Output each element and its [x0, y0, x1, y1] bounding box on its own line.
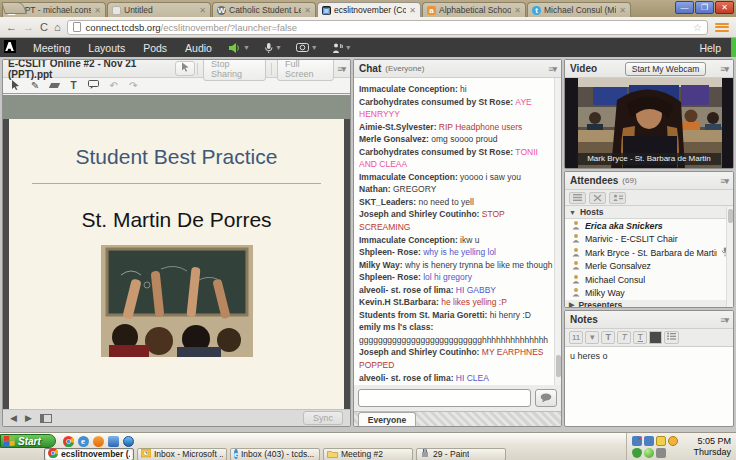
taskbar-clock[interactable]: 5:05 PM Thursday — [693, 436, 733, 458]
pod-menu-icon[interactable]: ≡▾ — [720, 64, 728, 74]
minimize-button[interactable]: — — [675, 1, 694, 14]
pointer-tool-button[interactable] — [175, 61, 195, 76]
menu-meeting[interactable]: Meeting — [24, 42, 79, 54]
new-mail-icon[interactable] — [656, 436, 666, 446]
list-view-icon[interactable] — [569, 192, 586, 204]
redo-icon[interactable]: ↷ — [129, 81, 137, 91]
media-player-quicklaunch-icon[interactable] — [122, 435, 134, 447]
taskbar-button[interactable]: ecslitnovember (... — [44, 448, 134, 460]
text-tool-icon[interactable]: T — [70, 81, 76, 91]
undo-icon[interactable]: ↶ — [110, 81, 118, 91]
restore-button[interactable]: ❐ — [695, 1, 714, 14]
address-bar[interactable]: connect.tcdsb.org/ecslitnovember/?launch… — [67, 20, 708, 35]
font-size-select[interactable]: 11 — [569, 331, 583, 344]
breakout-view-icon[interactable] — [589, 192, 606, 204]
taskbar-button[interactable]: Meeting #2 — [323, 448, 413, 460]
bookmark-star-icon[interactable]: ☆ — [693, 22, 702, 33]
chevron-down-icon[interactable]: ▼ — [345, 44, 352, 51]
chevron-down-icon[interactable]: ▼ — [311, 44, 318, 51]
chat-tab-everyone[interactable]: Everyone — [358, 412, 416, 426]
pencil-tool-icon[interactable]: ✎ — [31, 81, 39, 91]
taskbar-button[interactable]: 29 - Paint — [416, 448, 506, 460]
pod-menu-icon[interactable]: ≡▾ — [720, 176, 728, 186]
next-slide-icon[interactable]: ▶ — [25, 413, 32, 423]
status-view-icon[interactable] — [609, 192, 626, 204]
status-control[interactable]: ▼ — [325, 42, 359, 54]
chevron-down-icon[interactable]: ▼ — [275, 44, 282, 51]
outlook-reminder-icon[interactable] — [668, 436, 678, 446]
attendee-row[interactable]: Mark Bryce - St. Barbara de Martin — [565, 246, 733, 260]
tab-close-icon[interactable]: ✕ — [514, 6, 521, 15]
speaker-control[interactable]: ▼ — [221, 42, 257, 54]
taskbar-button[interactable]: Inbox - Microsoft ... — [137, 448, 227, 460]
chat-text: hi henry :D — [490, 310, 531, 320]
home-icon[interactable]: ⌂ — [54, 22, 61, 33]
menu-pods[interactable]: Pods — [134, 42, 176, 54]
help-menu[interactable]: Help — [689, 42, 731, 54]
chat-sender: Immaculate Conception: — [359, 84, 460, 94]
attendee-row[interactable]: Milky Way — [565, 287, 733, 301]
microphone-control[interactable]: ▼ — [257, 42, 289, 54]
security-shield-icon[interactable] — [632, 448, 642, 458]
start-button[interactable]: Start — [0, 434, 56, 448]
refresh-icon[interactable]: C — [40, 22, 48, 33]
full-screen-button[interactable]: Full Screen — [277, 59, 334, 81]
tab-close-icon[interactable]: ✕ — [94, 6, 101, 15]
menu-layouts[interactable]: Layouts — [79, 42, 134, 54]
forward-icon[interactable]: → — [23, 22, 34, 33]
browser-tab[interactable]: WCatholic Student Lead✕ — [212, 2, 316, 17]
chat-scrollbar[interactable] — [554, 78, 561, 385]
stop-sharing-button[interactable]: Stop Sharing — [203, 59, 266, 81]
antivirus-icon[interactable] — [644, 448, 654, 458]
app-quicklaunch-icon[interactable] — [107, 435, 119, 447]
ie-quicklaunch-icon[interactable]: e — [77, 435, 89, 447]
shape-tool-icon[interactable] — [88, 80, 99, 91]
presenters-section-header[interactable]: ▶ Presenters — [565, 300, 733, 308]
webcam-control[interactable]: ▼ — [289, 42, 325, 53]
back-icon[interactable]: ← — [6, 22, 17, 33]
italic-button[interactable]: T — [617, 331, 631, 344]
attendee-row[interactable]: Marivic - E-CSLIT Chair — [565, 233, 733, 247]
tab-close-icon[interactable]: ✕ — [199, 6, 206, 15]
pod-menu-icon[interactable]: ≡▾ — [548, 64, 556, 74]
browser-tab[interactable]: tMichael Consul (Mike✕ — [527, 2, 631, 17]
previous-slide-icon[interactable]: ◀ — [10, 413, 17, 423]
tab-close-icon[interactable]: ✕ — [409, 6, 416, 15]
tab-close-icon[interactable]: ✕ — [619, 6, 626, 15]
chrome-quicklaunch-icon[interactable] — [62, 435, 74, 447]
attendee-row[interactable]: Erica aka Snickers — [565, 219, 733, 233]
bullet-list-icon[interactable] — [664, 331, 679, 344]
eraser-tool-icon[interactable] — [49, 83, 60, 88]
tab-close-icon[interactable]: ✕ — [304, 6, 311, 15]
volume-icon[interactable] — [656, 448, 666, 458]
outlook-quicklaunch-icon[interactable] — [92, 435, 104, 447]
chat-input[interactable] — [358, 389, 531, 407]
start-webcam-button[interactable]: Start My Webcam — [625, 62, 706, 76]
select-tool-icon[interactable] — [11, 80, 20, 92]
network-error-icon[interactable] — [632, 436, 642, 446]
attendee-row[interactable]: Merle Gonsalvez — [565, 260, 733, 274]
attendees-scrollbar[interactable] — [726, 207, 733, 307]
chevron-down-icon[interactable]: ▼ — [243, 44, 250, 51]
bold-button[interactable]: T — [601, 331, 615, 344]
font-size-caret-icon[interactable]: ▾ — [585, 331, 599, 344]
underline-button[interactable]: T — [633, 331, 647, 344]
text-color-swatch[interactable] — [649, 331, 662, 344]
send-message-button[interactable] — [535, 389, 557, 407]
browser-tab[interactable]: ▣ecslitnovember (Colla✕ — [317, 2, 421, 17]
chrome-menu-icon[interactable] — [714, 21, 730, 34]
close-button[interactable]: ✕ — [715, 1, 734, 14]
browser-tab[interactable]: Untitled✕ — [107, 2, 211, 17]
taskbar-button[interactable]: eInbox (403) - tcds... — [230, 448, 320, 460]
browser-tab[interactable]: aAlphabetical School D✕ — [422, 2, 526, 17]
hosts-section-header[interactable]: ▼ Hosts — [565, 206, 733, 219]
attendee-row[interactable]: Michael Consul — [565, 273, 733, 287]
sidebar-toggle-icon[interactable] — [40, 414, 52, 423]
sync-button[interactable]: Sync — [303, 411, 343, 425]
chat-tab-bar: Everyone — [354, 411, 561, 426]
menu-audio[interactable]: Audio — [176, 42, 221, 54]
notes-content[interactable]: u heres o — [565, 347, 733, 365]
pod-menu-icon[interactable]: ≡▾ — [720, 315, 728, 325]
network-icon[interactable] — [644, 436, 654, 446]
pod-menu-icon[interactable]: ≡▾ — [337, 64, 345, 74]
